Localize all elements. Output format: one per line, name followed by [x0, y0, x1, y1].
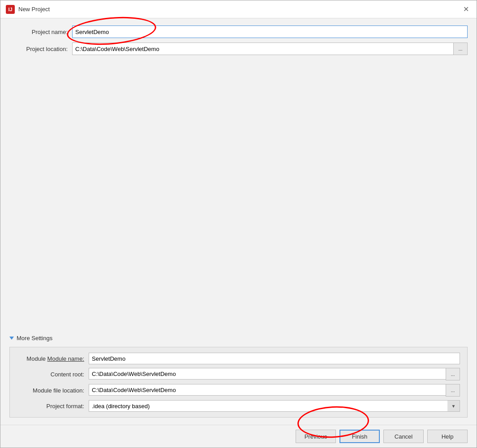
project-location-row: Project location: ...	[9, 43, 468, 55]
dialog-footer: Previous Finish Cancel Help	[0, 425, 477, 448]
help-button[interactable]: Help	[427, 430, 468, 443]
expand-triangle-icon	[9, 337, 14, 340]
module-file-input[interactable]	[89, 384, 446, 396]
content-root-label: Content root:	[17, 371, 89, 378]
finish-button[interactable]: Finish	[339, 430, 380, 443]
more-settings-toggle[interactable]: More Settings	[9, 335, 468, 341]
module-file-label: Module file location:	[17, 387, 89, 394]
dialog-title: New Project	[18, 6, 50, 13]
new-project-dialog: IJ New Project ✕ Project name: Project l…	[0, 0, 477, 448]
previous-button[interactable]: Previous	[296, 430, 336, 443]
project-format-select-wrapper: .idea (directory based) ▼	[89, 400, 460, 412]
more-settings-label: More Settings	[17, 335, 52, 341]
app-icon: IJ	[6, 5, 15, 14]
dialog-body: Project name: Project location: ... More…	[0, 18, 477, 425]
project-location-field-group: ...	[72, 43, 468, 55]
content-root-input[interactable]	[89, 368, 446, 380]
more-settings-content: Module Module name: Content root: ... Mo…	[9, 347, 468, 418]
module-name-row: Module Module name:	[17, 353, 460, 364]
title-bar: IJ New Project ✕	[0, 0, 477, 18]
content-root-field-group: ...	[89, 368, 460, 380]
project-location-input[interactable]	[72, 43, 453, 55]
project-location-label: Project location:	[9, 46, 72, 52]
module-file-browse-button[interactable]: ...	[446, 384, 460, 397]
project-name-label: Project name:	[9, 29, 72, 35]
project-format-row: Project format: .idea (directory based) …	[17, 400, 460, 412]
close-button[interactable]: ✕	[460, 4, 471, 15]
module-file-row: Module file location: ...	[17, 384, 460, 397]
content-root-row: Content root: ...	[17, 368, 460, 380]
module-file-field-group: ...	[89, 384, 460, 397]
body-spacer	[9, 60, 468, 335]
project-format-label: Project format:	[17, 403, 89, 410]
project-location-browse-button[interactable]: ...	[453, 43, 468, 55]
title-bar-left: IJ New Project	[6, 5, 50, 14]
module-name-input[interactable]	[89, 353, 460, 364]
module-name-label: Module Module name:	[17, 355, 89, 362]
project-format-select[interactable]: .idea (directory based)	[89, 400, 460, 412]
more-settings-section: More Settings Module Module name: Conten…	[9, 335, 468, 418]
project-name-input[interactable]	[72, 26, 468, 38]
content-root-browse-button[interactable]: ...	[446, 368, 460, 380]
project-name-row: Project name:	[9, 26, 468, 38]
cancel-button[interactable]: Cancel	[383, 430, 424, 443]
